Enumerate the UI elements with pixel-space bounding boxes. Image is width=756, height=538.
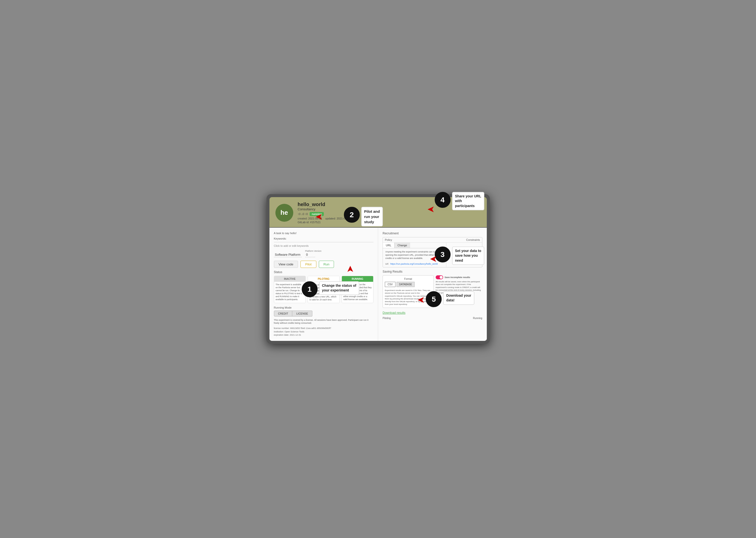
platform-select[interactable]: Software Platform	[274, 252, 302, 257]
arrow-5: ➤	[417, 295, 425, 305]
annotation-text-5: Download your data!	[443, 291, 474, 305]
pilot-button[interactable]: Pilot	[301, 261, 316, 268]
policy-label: Policy	[385, 238, 392, 241]
arrow-3: ➤	[430, 254, 437, 264]
arrow-4: ➤	[427, 204, 435, 215]
right-panel: Recruitment Policy Constraints URL Chang…	[378, 228, 487, 341]
download-results-button[interactable]: Download results	[383, 311, 405, 315]
url-label: Url:	[385, 263, 389, 265]
platform-version-group: Platform Version 0	[305, 250, 321, 257]
gitlab-id: GitLab id: #157521	[298, 221, 481, 224]
stats: ↑0 ↓0 ↑0	[298, 213, 308, 215]
circle-2: 2	[344, 207, 360, 223]
run-button[interactable]: Run	[319, 261, 334, 268]
arrow-2: ➤	[315, 212, 323, 222]
database-button[interactable]: DATABASE	[397, 282, 415, 287]
circle-1: 1	[302, 281, 317, 297]
view-code-button[interactable]: View code	[274, 261, 298, 268]
recruitment-title: Recruitment	[383, 232, 482, 235]
keywords-hint[interactable]: Click to add or edit keywords	[274, 244, 374, 247]
format-label: Format	[385, 278, 432, 280]
task-description: A task to say hello!	[274, 232, 374, 235]
credit-mode-button[interactable]: CREDIT	[274, 311, 293, 317]
annotation-2: 2 Pilot and run your study	[344, 207, 383, 226]
save-incomplete-label: Save incomplete results	[445, 276, 470, 279]
license-info: license number: 66613d32 f0e6 11ea ad01 …	[274, 327, 374, 337]
sessions-row: Piloting Running	[383, 317, 482, 320]
status-card-inactive: INACTIVE The experiment is available on …	[274, 276, 306, 303]
running-mode-buttons: CREDIT LICENSE	[274, 311, 374, 317]
constraints-label: Constraints	[466, 238, 480, 241]
piloting-label: Piloting	[383, 317, 391, 320]
annotation-5: 5 Download your data!	[426, 291, 474, 307]
license-text: This experiment is covered by a license.…	[274, 319, 374, 325]
toggle-row: Save incomplete results	[436, 275, 482, 279]
annotation-3: 3 Set your data to save how you need	[435, 246, 484, 265]
status-title: Status	[274, 270, 374, 274]
running-mode-section: Running Mode CREDIT LICENSE This experim…	[274, 306, 374, 337]
inactive-header: INACTIVE	[274, 276, 306, 282]
saving-results-title: Saving Results	[383, 270, 482, 273]
platform-version-value: 0	[305, 252, 315, 257]
url-tab[interactable]: URL	[383, 242, 395, 248]
platform-version-label: Platform Version	[305, 250, 321, 252]
keywords-label: Keywords:	[274, 237, 374, 240]
annotation-text-2: Pilot and run your study	[361, 207, 383, 226]
arrow-1: ➤	[345, 265, 355, 273]
format-buttons: CSV DATABASE	[385, 282, 432, 287]
running-mode-label: Running Mode	[274, 306, 374, 309]
avatar: he	[275, 204, 293, 222]
header-stats: ↑0 ↓0 ↑0 running	[298, 212, 481, 216]
annotation-text-4: Share your URL with participants	[452, 192, 484, 211]
circle-4: 4	[435, 192, 450, 208]
annotation-4: 4 Share your URL with participants	[435, 192, 484, 211]
platform-group: Software Platform	[274, 252, 302, 257]
platform-row: Software Platform Platform Version 0	[274, 250, 374, 257]
annotation-text-1: Change the status of your experiment	[319, 281, 359, 295]
download-section: Download results Piloting Running	[383, 310, 482, 320]
running-label: Running	[473, 317, 482, 320]
csv-button[interactable]: CSV	[385, 282, 396, 287]
screen: he hello_world Consultancy ↑0 ↓0 ↑0 runn…	[266, 194, 490, 344]
change-button[interactable]: Change	[395, 242, 410, 248]
inactive-body: The experiment is available on the Pavlo…	[274, 282, 306, 302]
annotation-1: 1 Change the status of your experiment	[302, 281, 359, 297]
save-incomplete-toggle[interactable]	[436, 275, 443, 279]
annotation-text-3: Set your data to save how you need	[452, 246, 484, 265]
license-mode-button[interactable]: LICENSE	[292, 311, 312, 317]
created-meta: created: 2021-08-11 updated: 2021-08-11	[298, 217, 481, 220]
circle-5: 5	[426, 291, 442, 307]
action-buttons: View code Pilot Run	[274, 261, 374, 268]
